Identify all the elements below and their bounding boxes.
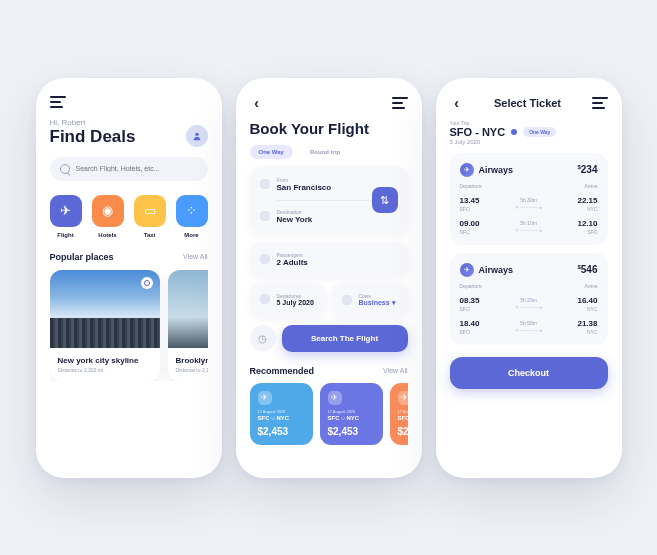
category-hotels[interactable]: ◉ Hotels <box>92 195 124 238</box>
ticket-card[interactable]: ✈Airways $546 DepartureArrive 08.35SFO 5… <box>450 253 608 345</box>
route-card[interactable]: FromSan Francisco DestinationNew York ⇅ <box>250 167 408 234</box>
airline-icon: ✈ <box>460 263 474 277</box>
calendar-icon <box>260 294 270 304</box>
section-title-popular: Popular places <box>50 252 114 262</box>
class-card[interactable]: ClassBusiness ▾ <box>332 283 408 317</box>
person-icon <box>260 254 270 264</box>
trip-route: SFO - NYC One Way <box>450 126 608 138</box>
recommended-card[interactable]: ✈ 17 August 2020 SFC ○ NYC $2,453 <box>320 383 383 445</box>
menu-icon[interactable] <box>392 97 408 109</box>
seat-icon <box>342 295 352 305</box>
search-icon <box>60 164 70 174</box>
ticket-price: $234 <box>577 164 597 175</box>
departure-card[interactable]: Departures5 July 2020 <box>250 283 326 317</box>
class-value: Business ▾ <box>359 299 396 307</box>
search-flight-button[interactable]: Search The Flight <box>282 325 408 352</box>
plane-icon: ✈ <box>50 195 82 227</box>
trip-type-badge: One Way <box>523 127 556 137</box>
screen-book-flight: ‹ Book Your Flight One Way Round trip Fr… <box>236 78 422 478</box>
bookmark-icon: ◉ <box>92 195 124 227</box>
from-value: San Francisco <box>277 183 332 192</box>
location-icon <box>260 211 270 221</box>
ticket-card[interactable]: ✈Airways $234 DepartureArrive 13.45SFO 5… <box>450 153 608 245</box>
airline-icon: ✈ <box>460 163 474 177</box>
passengers-card[interactable]: Passengers2 Adults <box>250 242 408 277</box>
favorite-icon[interactable] <box>141 277 153 289</box>
back-icon[interactable]: ‹ <box>450 96 464 110</box>
view-all-link[interactable]: View All <box>383 367 407 374</box>
car-icon: ▭ <box>134 195 166 227</box>
section-title-recommended: Recommended <box>250 366 315 376</box>
place-image <box>168 270 208 348</box>
flight-leg: 08.35SFO 5h 20m✈┄┄┄┄┄┄● 16.40NYC <box>460 296 598 312</box>
search-input[interactable] <box>50 157 208 181</box>
flight-leg: 13.45SFO 5h 30m✈┄┄┄┄┄┄● 22.15NYC <box>460 196 598 212</box>
dots-icon: ⁘ <box>176 195 208 227</box>
place-title: Brooklyn br <box>176 356 208 365</box>
dep-value: 5 July 2020 <box>277 299 314 306</box>
category-more[interactable]: ⁘ More <box>176 195 208 238</box>
menu-icon[interactable] <box>50 96 66 108</box>
view-all-link[interactable]: View All <box>183 253 207 260</box>
place-card[interactable]: New york city skyline Distance to 2,302 … <box>50 270 160 381</box>
place-distance: Distance to 2,128 mi <box>176 367 208 373</box>
flight-leg: 18.40SFO 5h 58m✈┄┄┄┄┄┄● 21.38NYC <box>460 319 598 335</box>
trip-date: 5 July 2020 <box>450 139 608 145</box>
clock-button[interactable]: ◷ <box>250 325 276 351</box>
checkout-button[interactable]: Checkout <box>450 357 608 389</box>
page-title: Find Deals <box>50 127 136 147</box>
screen-select-ticket: ‹ Select Ticket Your Trip SFO - NYC One … <box>436 78 622 478</box>
plane-icon: ✈ <box>398 391 408 405</box>
greeting: Hi, Robert <box>50 118 136 127</box>
plane-icon <box>260 179 270 189</box>
swap-button[interactable]: ⇅ <box>372 187 398 213</box>
recommended-card[interactable]: ✈ 17 August 2020 SFC ○ NYC $2,453 <box>250 383 313 445</box>
avatar[interactable] <box>186 125 208 147</box>
plane-icon: ✈ <box>258 391 272 405</box>
screen-find-deals: Hi, Robert Find Deals ✈ Flight ◉ Hotels … <box>36 78 222 478</box>
flight-leg: 09.00NFC 5h 10m✈┄┄┄┄┄┄● 12.10SFO <box>460 219 598 235</box>
category-flight[interactable]: ✈ Flight <box>50 195 82 238</box>
place-image <box>50 270 160 348</box>
menu-icon[interactable] <box>592 97 608 109</box>
user-icon <box>192 131 202 141</box>
back-icon[interactable]: ‹ <box>250 96 264 110</box>
place-card[interactable]: Brooklyn br Distance to 2,128 mi <box>168 270 208 381</box>
page-title: Select Ticket <box>464 97 592 109</box>
place-title: New york city skyline <box>58 356 152 365</box>
dest-value: New York <box>277 215 313 224</box>
pax-value: 2 Adults <box>277 258 308 267</box>
svg-point-0 <box>195 132 198 135</box>
dot-icon <box>511 129 517 135</box>
ticket-price: $546 <box>577 264 597 275</box>
place-distance: Distance to 2,302 mi <box>58 367 152 373</box>
trip-type-roundtrip[interactable]: Round trip <box>301 145 349 159</box>
plane-icon: ✈ <box>328 391 342 405</box>
page-title: Book Your Flight <box>250 120 408 137</box>
recommended-card[interactable]: ✈ 17 August 2020 SFC ○ $2,453 <box>390 383 408 445</box>
category-taxi[interactable]: ▭ Taxi <box>134 195 166 238</box>
trip-type-oneway[interactable]: One Way <box>250 145 293 159</box>
